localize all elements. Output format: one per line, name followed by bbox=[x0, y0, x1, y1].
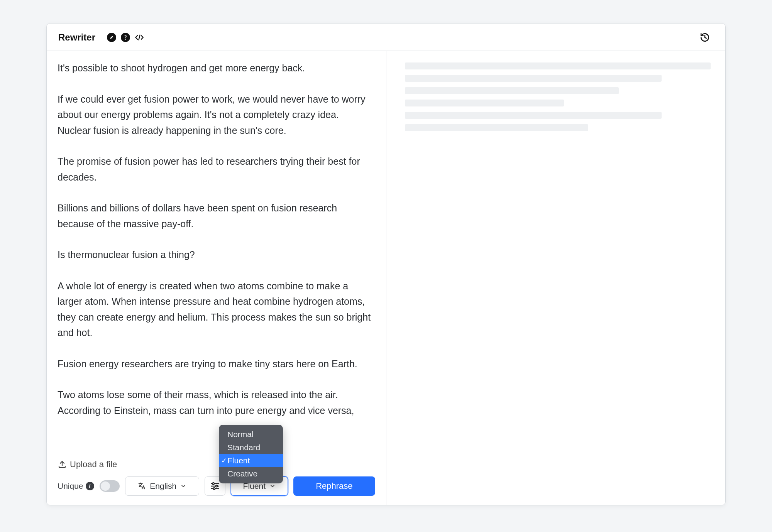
svg-line-2 bbox=[139, 35, 140, 40]
output-pane bbox=[386, 51, 725, 505]
help-icon[interactable] bbox=[120, 32, 130, 42]
sliders-icon bbox=[210, 481, 220, 491]
chevron-down-icon bbox=[180, 483, 186, 489]
chevron-down-icon bbox=[269, 483, 276, 489]
code-icon[interactable] bbox=[134, 32, 144, 42]
style-option-label: Fluent bbox=[227, 456, 250, 465]
content-paragraph: It's possible to shoot hydrogen and get … bbox=[58, 60, 374, 76]
info-icon[interactable]: i bbox=[86, 482, 94, 490]
style-option-label: Standard bbox=[227, 443, 260, 452]
skeleton-line bbox=[405, 112, 662, 119]
svg-point-8 bbox=[213, 488, 215, 490]
unique-toggle[interactable] bbox=[100, 480, 120, 492]
style-dropdown: NormalStandard✓FluentCreative bbox=[219, 425, 283, 483]
skeleton-line bbox=[405, 124, 588, 131]
history-icon[interactable] bbox=[700, 32, 710, 42]
content-paragraph: Is thermonuclear fusion a thing? bbox=[58, 247, 374, 263]
skeleton-line bbox=[405, 100, 564, 106]
bottom-bar: Unique i English Fluent Rephra bbox=[58, 476, 375, 505]
rewriter-card: Rewriter It's possible to shoot hydrogen… bbox=[46, 23, 726, 505]
style-option-label: Normal bbox=[227, 430, 254, 439]
content-paragraph: Billions and billions of dollars have be… bbox=[58, 200, 374, 231]
card-header: Rewriter bbox=[47, 24, 725, 51]
style-option[interactable]: Normal bbox=[219, 428, 283, 441]
input-pane: It's possible to shoot hydrogen and get … bbox=[47, 51, 386, 505]
skeleton-line bbox=[405, 87, 619, 94]
style-option[interactable]: ✓Fluent bbox=[219, 454, 283, 467]
check-icon: ✓ bbox=[221, 456, 227, 465]
rephrase-label: Rephrase bbox=[316, 481, 352, 491]
content-paragraph: Fusion energy researchers are trying to … bbox=[58, 356, 374, 372]
upload-label: Upload a file bbox=[70, 459, 117, 470]
compass-icon[interactable] bbox=[107, 32, 117, 42]
skeleton-line bbox=[405, 62, 711, 69]
content-paragraph: If we could ever get fusion power to wor… bbox=[58, 91, 374, 138]
language-icon bbox=[137, 482, 146, 490]
rephrase-button[interactable]: Rephrase bbox=[293, 476, 375, 496]
card-body: It's possible to shoot hydrogen and get … bbox=[47, 51, 725, 505]
skeleton-line bbox=[405, 75, 662, 82]
svg-point-7 bbox=[216, 485, 218, 487]
language-value: English bbox=[150, 481, 176, 491]
text-content[interactable]: It's possible to shoot hydrogen and get … bbox=[58, 60, 375, 458]
style-option-label: Creative bbox=[227, 469, 257, 478]
svg-point-6 bbox=[212, 483, 214, 485]
content-paragraph: Two atoms lose some of their mass, which… bbox=[58, 387, 374, 418]
upload-file-link[interactable]: Upload a file bbox=[58, 459, 375, 470]
app-title: Rewriter bbox=[58, 32, 101, 43]
language-select[interactable]: English bbox=[125, 476, 199, 496]
upload-icon bbox=[58, 460, 67, 469]
style-option[interactable]: Creative bbox=[219, 467, 283, 480]
style-option[interactable]: Standard bbox=[219, 441, 283, 454]
unique-label: Unique bbox=[58, 481, 83, 491]
content-paragraph: The promise of fusion power has led to r… bbox=[58, 154, 374, 185]
content-paragraph: A whole lot of energy is created when tw… bbox=[58, 278, 374, 341]
unique-label-wrap: Unique i bbox=[58, 481, 94, 491]
